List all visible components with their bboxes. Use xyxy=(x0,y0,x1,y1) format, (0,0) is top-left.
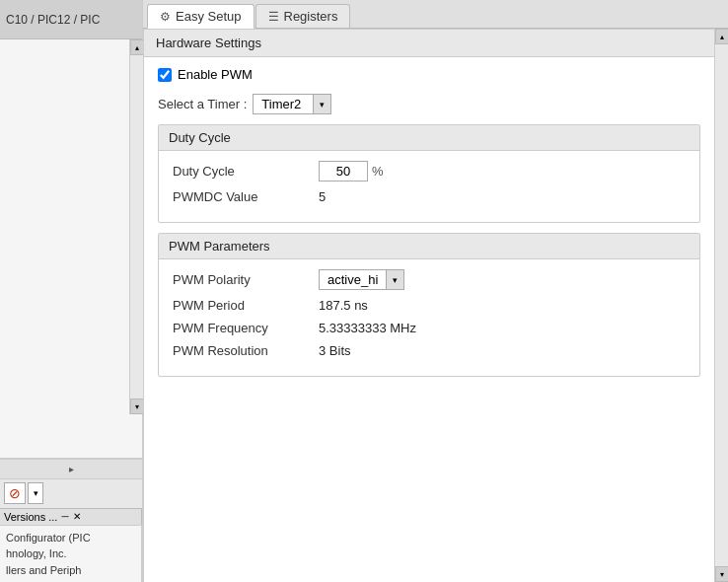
versions-bar: Versions ... ─ ✕ xyxy=(0,508,142,525)
enable-pwm-row: Enable PWM xyxy=(158,67,700,82)
sidebar-scroll-down[interactable]: ▸ xyxy=(0,459,142,478)
stop-icon-btn[interactable]: ⊘ xyxy=(4,482,26,504)
duty-cycle-body: Duty Cycle % PWMDC Value 5 xyxy=(159,151,699,222)
minimize-icon: ─ xyxy=(61,511,68,522)
sidebar-title: C10 / PIC12 / PIC xyxy=(0,0,142,39)
right-scrollbar: ▴ ▾ xyxy=(714,29,728,582)
pwmdc-label: PWMDC Value xyxy=(173,189,311,204)
pwm-polarity-row: PWM Polarity active_hi ▾ xyxy=(173,269,686,290)
pwm-period-value: 187.5 ns xyxy=(319,298,368,313)
sidebar-scroll-down-btn[interactable]: ▾ xyxy=(130,399,144,414)
tab-easy-setup-label: Easy Setup xyxy=(176,9,242,24)
duty-cycle-row: Duty Cycle % xyxy=(173,161,686,182)
duty-cycle-section: Duty Cycle Duty Cycle % PWMDC Value 5 xyxy=(158,124,700,223)
pwmdc-row: PWMDC Value 5 xyxy=(173,189,686,204)
tab-registers[interactable]: ☰ Registers xyxy=(255,4,351,28)
gear-tab-icon: ⚙ xyxy=(160,10,171,24)
pwm-resolution-label: PWM Resolution xyxy=(173,343,311,358)
pwm-resolution-value: 3 Bits xyxy=(319,343,351,358)
chevron-right-icon: ▸ xyxy=(69,464,74,474)
select-timer-row: Select a Timer : Timer2 ▾ xyxy=(158,94,700,114)
duty-cycle-unit: % xyxy=(372,164,384,179)
timer-select-value: Timer2 xyxy=(254,95,313,113)
pwm-frequency-label: PWM Frequency xyxy=(173,321,311,335)
panel-body: Enable PWM Select a Timer : Timer2 ▾ Dut… xyxy=(144,57,714,397)
versions-line-2: hnology, Inc. xyxy=(6,546,135,562)
duty-cycle-section-title: Duty Cycle xyxy=(159,125,699,151)
scroll-up-btn[interactable]: ▴ xyxy=(715,29,728,44)
registers-tab-icon: ☰ xyxy=(268,10,279,24)
close-icon: ✕ xyxy=(73,511,81,522)
select-timer-label: Select a Timer : xyxy=(158,97,247,111)
scroll-track xyxy=(715,44,728,566)
versions-title: Versions ... xyxy=(4,511,57,523)
pwm-polarity-label: PWM Polarity xyxy=(173,272,311,287)
hardware-settings-title: Hardware Settings xyxy=(144,29,714,57)
versions-minimize-btn[interactable]: ─ xyxy=(61,511,68,522)
pwm-parameters-title: PWM Parameters xyxy=(159,234,699,259)
pwm-parameters-section: PWM Parameters PWM Polarity active_hi ▾ xyxy=(158,233,700,377)
pwm-frequency-value: 5.33333333 MHz xyxy=(319,321,416,335)
sidebar-scroll-up-btn[interactable]: ▴ xyxy=(130,39,144,55)
chevron-down-icon: ▾ xyxy=(34,488,38,498)
pwm-parameters-body: PWM Polarity active_hi ▾ PWM Period 187.… xyxy=(159,259,699,376)
versions-line-3: llers and Periph xyxy=(6,562,135,579)
versions-content: Configurator (PIC hnology, Inc. llers an… xyxy=(0,525,142,583)
versions-line-1: Configurator (PIC xyxy=(6,530,135,546)
enable-pwm-checkbox[interactable] xyxy=(158,68,172,82)
enable-pwm-label[interactable]: Enable PWM xyxy=(178,67,253,82)
pwmdc-value: 5 xyxy=(319,189,326,204)
chevron-down-icon: ▾ xyxy=(320,100,325,109)
timer-select-arrow[interactable]: ▾ xyxy=(313,95,330,113)
tab-easy-setup[interactable]: ⚙ Easy Setup xyxy=(147,4,255,29)
tab-registers-label: Registers xyxy=(284,9,338,24)
timer-select[interactable]: Timer2 ▾ xyxy=(253,94,331,114)
pwm-resolution-row: PWM Resolution 3 Bits xyxy=(173,343,686,358)
pwm-period-row: PWM Period 187.5 ns xyxy=(173,298,686,313)
stop-icon: ⊘ xyxy=(9,485,21,501)
sidebar-scroll-track xyxy=(130,55,143,399)
duty-cycle-input-group: % xyxy=(319,161,384,182)
polarity-select[interactable]: active_hi ▾ xyxy=(319,269,404,290)
tab-bar: ⚙ Easy Setup ☰ Registers xyxy=(143,0,728,29)
duty-cycle-input[interactable] xyxy=(319,161,368,182)
sidebar-content xyxy=(0,39,142,459)
polarity-select-value: active_hi xyxy=(320,270,386,289)
versions-panel: Versions ... ─ ✕ Configurator (PIC hnolo… xyxy=(0,508,142,583)
scroll-down-btn[interactable]: ▾ xyxy=(715,566,728,582)
dropdown-arrow-btn[interactable]: ▾ xyxy=(28,482,43,504)
pwm-frequency-row: PWM Frequency 5.33333333 MHz xyxy=(173,321,686,335)
main-panel: Hardware Settings Enable PWM Select a Ti… xyxy=(143,29,714,582)
pwm-period-label: PWM Period xyxy=(173,298,311,313)
chevron-down-icon: ▾ xyxy=(393,275,398,285)
duty-cycle-label: Duty Cycle xyxy=(173,164,311,179)
sidebar-title-text: C10 / PIC12 / PIC xyxy=(6,13,100,27)
polarity-select-arrow[interactable]: ▾ xyxy=(386,270,403,289)
versions-close-btn[interactable]: ✕ xyxy=(73,511,81,522)
